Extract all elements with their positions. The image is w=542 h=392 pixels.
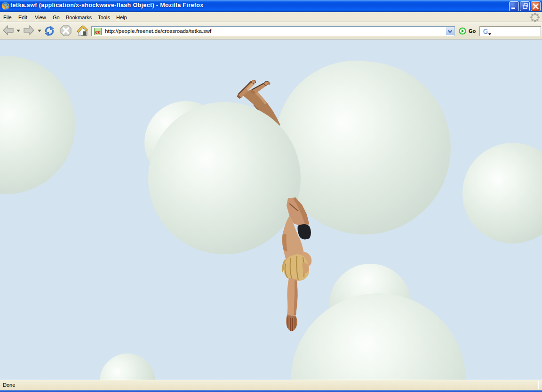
- svg-text:G: G: [483, 28, 488, 35]
- svg-text:ee: ee: [95, 28, 101, 35]
